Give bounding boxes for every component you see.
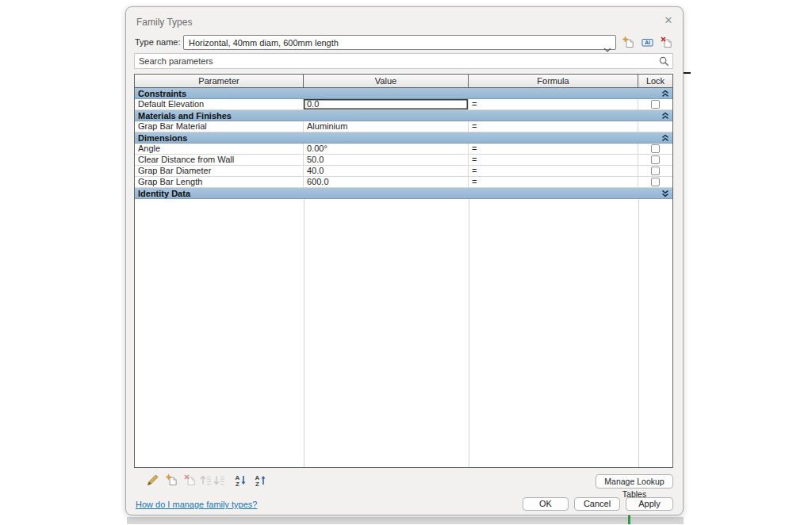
formula-cell[interactable]: =	[469, 121, 638, 132]
lock-cell[interactable]	[638, 177, 672, 187]
search-input[interactable]	[135, 54, 654, 68]
lock-checkbox[interactable]	[651, 144, 660, 153]
edit-parameter-icon[interactable]	[145, 473, 159, 488]
section-label: Dimensions	[138, 133, 661, 143]
chevron-double-up-icon[interactable]	[661, 90, 669, 98]
lock-checkbox[interactable]	[651, 155, 660, 164]
chevron-double-up-icon[interactable]	[661, 134, 669, 142]
svg-text:Z: Z	[236, 481, 239, 488]
header-parameter[interactable]: Parameter	[135, 75, 304, 88]
family-types-dialog: Family Types ✕ Type name: Horizontal, 40…	[125, 6, 684, 515]
type-name-row: Type name: Horizontal, 40mm diam, 600mm …	[126, 34, 683, 52]
rename-type-icon[interactable]: Al	[641, 35, 654, 49]
value-cell[interactable]: 600.0	[304, 177, 469, 187]
lock-checkbox[interactable]	[651, 100, 660, 109]
column-divider	[638, 199, 639, 467]
lock-cell[interactable]	[638, 166, 672, 176]
magnifier-icon	[658, 56, 670, 71]
manage-lookup-tables-button[interactable]: Manage Lookup Tables	[596, 474, 673, 489]
lock-cell[interactable]	[638, 99, 672, 109]
value-cell[interactable]: 0.00°	[304, 144, 469, 154]
value-cell[interactable]: 50.0	[304, 155, 469, 165]
table-row-grap-bar-material: Grap Bar MaterialAluminium=	[135, 121, 672, 132]
value-cell[interactable]: Aluminium	[304, 121, 469, 132]
lock-cell[interactable]	[638, 155, 672, 165]
section-label: Materials and Finishes	[138, 111, 661, 121]
parameter-name-cell[interactable]: Default Elevation	[135, 99, 304, 109]
lock-checkbox[interactable]	[651, 167, 660, 175]
delete-parameter-icon	[182, 473, 197, 488]
value-cell[interactable]: 0.0	[304, 99, 469, 109]
section-header-identity-data[interactable]: Identity Data	[135, 188, 672, 199]
background-green-tick	[628, 515, 630, 524]
background-app-strip	[127, 517, 684, 524]
apply-button[interactable]: Apply	[626, 497, 673, 511]
parameters-table: Parameter Value Formula Lock Constraints…	[134, 74, 673, 468]
table-row-clear-distance-from-wall: Clear Distance from Wall50.0=	[135, 155, 672, 166]
svg-text:Al: Al	[645, 40, 650, 46]
new-parameter-icon[interactable]	[164, 473, 178, 488]
new-type-icon[interactable]	[622, 35, 635, 49]
type-name-combobox[interactable]: Horizontal, 40mm diam, 600mm length	[183, 35, 616, 50]
sort-descending-icon[interactable]: AZ	[253, 473, 267, 488]
formula-cell[interactable]: =	[469, 155, 638, 165]
parameter-name-cell[interactable]: Grap Bar Length	[135, 177, 304, 187]
lock-cell[interactable]	[638, 144, 672, 154]
move-down-icon	[212, 473, 226, 488]
header-formula[interactable]: Formula	[469, 75, 638, 88]
parameter-name-cell[interactable]: Grap Bar Material	[135, 121, 304, 132]
parameter-toolbar: AZAZ	[134, 473, 451, 489]
section-header-dimensions[interactable]: Dimensions	[135, 132, 672, 144]
chevron-double-up-icon[interactable]	[661, 112, 669, 120]
table-header-row: Parameter Value Formula Lock	[135, 75, 672, 88]
ok-button[interactable]: OK	[523, 497, 569, 511]
header-lock[interactable]: Lock	[638, 75, 672, 88]
close-icon[interactable]: ✕	[661, 13, 676, 28]
value-cell[interactable]: 40.0	[304, 166, 469, 176]
table-row-grap-bar-length: Grap Bar Length600.0=	[135, 177, 672, 188]
table-row-default-elevation: Default Elevation0.0=	[135, 99, 672, 110]
header-value[interactable]: Value	[304, 75, 469, 88]
column-divider	[469, 199, 469, 467]
svg-text:Z: Z	[255, 481, 259, 488]
section-header-constraints[interactable]: Constraints	[135, 88, 672, 99]
type-buttons: Al	[622, 35, 679, 51]
chevron-double-down-icon[interactable]	[661, 190, 669, 197]
sort-ascending-icon[interactable]: AZ	[233, 473, 247, 488]
formula-cell[interactable]: =	[469, 177, 638, 187]
section-label: Identity Data	[138, 189, 661, 198]
table-row-angle: Angle0.00°=	[135, 144, 672, 155]
formula-cell[interactable]: =	[469, 144, 638, 154]
type-name-value: Horizontal, 40mm diam, 600mm length	[189, 38, 339, 48]
type-name-label: Type name:	[135, 37, 180, 47]
section-header-materials-and-finishes[interactable]: Materials and Finishes	[135, 110, 672, 121]
formula-cell[interactable]: =	[469, 166, 638, 176]
parameter-name-cell[interactable]: Clear Distance from Wall	[135, 155, 304, 165]
parameter-name-cell[interactable]: Angle	[135, 144, 304, 154]
move-up-icon	[198, 473, 213, 488]
lock-checkbox[interactable]	[651, 178, 660, 186]
lock-cell[interactable]	[638, 121, 672, 132]
column-divider	[304, 199, 304, 467]
table-empty-area	[135, 199, 672, 467]
section-label: Constraints	[138, 89, 661, 98]
formula-cell[interactable]: =	[469, 99, 638, 109]
search-box[interactable]	[134, 53, 673, 69]
cancel-button[interactable]: Cancel	[574, 497, 620, 511]
help-link[interactable]: How do I manage family types?	[136, 500, 257, 509]
dialog-titlebar[interactable]: Family Types ✕	[126, 7, 683, 31]
delete-type-icon[interactable]	[660, 35, 673, 49]
table-row-grap-bar-diameter: Grap Bar Diameter40.0=	[135, 166, 672, 177]
parameter-name-cell[interactable]: Grap Bar Diameter	[135, 166, 304, 176]
dialog-title: Family Types	[136, 17, 192, 28]
